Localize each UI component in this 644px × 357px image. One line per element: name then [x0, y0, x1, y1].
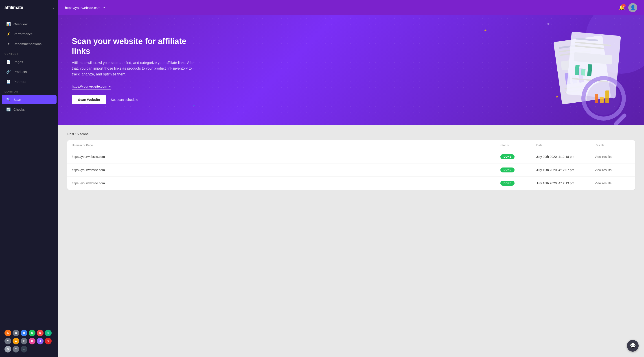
products-icon: 🔗 — [6, 69, 11, 74]
partner-icon-3[interactable]: S — [29, 330, 36, 336]
star-decoration: ★ — [547, 22, 550, 26]
partner-icon-10[interactable]: J — [37, 338, 44, 344]
content-section-label: CONTENT — [0, 49, 58, 57]
pages-icon: 📄 — [6, 60, 11, 64]
sidebar-item-performance[interactable]: ⚡ Performance — [2, 29, 56, 39]
partner-icon-1[interactable]: G — [12, 330, 19, 336]
scan-rows-container: https://yourwebsite.com DONE July 20th 2… — [67, 150, 635, 190]
sidebar-item-pages[interactable]: 📄 Pages — [2, 57, 56, 67]
sidebar-item-partners[interactable]: 🧾 Partners — [2, 77, 56, 86]
hero-url-text: https://yourwebsite.com — [72, 84, 107, 88]
sidebar: affilimate ‹ 📊 Overview ⚡ Performance ✦ … — [0, 0, 58, 357]
scans-table: Domain or Page Status Date Results https… — [67, 140, 635, 190]
avatar[interactable]: 👤 — [628, 3, 637, 12]
sidebar-logo: affilimate ‹ — [0, 0, 58, 15]
sidebar-item-label: Checks — [14, 108, 25, 111]
hero-description: Affilimate will crawl your sitemap, find… — [72, 60, 198, 77]
hero-actions: Scan Website Set scan schedule — [72, 95, 198, 104]
chat-button[interactable]: 💬 — [627, 340, 638, 351]
hero-content: Scan your website for affiliate links Af… — [72, 36, 198, 104]
sidebar-item-checks[interactable]: 🔄 Checks — [2, 105, 56, 114]
status-badge: DONE — [500, 168, 536, 172]
hero-illustration — [545, 31, 630, 125]
partner-icon-9[interactable]: R — [29, 338, 36, 344]
svg-rect-16 — [581, 69, 586, 76]
scan-date: July 20th 2020, 4:12:18 pm — [536, 155, 595, 159]
partner-icon-6[interactable]: ? — [4, 338, 11, 344]
scan-date: July 18th 2020, 4:12:13 pm — [536, 181, 595, 185]
star-decoration: + — [193, 104, 195, 107]
table-row: https://yourwebsite.com DONE July 20th 2… — [67, 150, 635, 163]
partners-icon: 🧾 — [6, 79, 11, 84]
partner-icon-0[interactable]: A — [4, 330, 11, 336]
svg-rect-22 — [600, 97, 604, 103]
main-content: https://yourwebsite.com 🔔 1 👤 ★ ★ + ★ ● … — [58, 0, 644, 357]
logo: affilimate — [4, 5, 23, 10]
hero-section: ★ ★ + ★ ● Scan your website for affiliat… — [58, 15, 644, 125]
overview-icon: 📊 — [6, 22, 11, 26]
col-date: Date — [536, 143, 595, 147]
sidebar-item-label: Scan — [14, 98, 21, 102]
top-bar-right: 🔔 1 👤 — [619, 3, 637, 12]
svg-rect-21 — [595, 94, 598, 103]
scan-illustration — [545, 31, 630, 125]
sidebar-item-products[interactable]: 🔗 Products — [2, 67, 56, 76]
partner-icon-14[interactable]: ••• — [21, 346, 28, 352]
chevron-down-icon — [102, 6, 106, 10]
monitor-section-label: MONITOR — [0, 87, 58, 94]
partner-icon-5[interactable]: C — [45, 330, 52, 336]
col-results: Results — [595, 143, 630, 147]
scans-section: Past 15 scans Domain or Page Status Date… — [58, 125, 644, 357]
table-row: https://yourwebsite.com DONE July 18th 2… — [67, 177, 635, 190]
hero-title: Scan your website for affiliate links — [72, 36, 198, 56]
partner-icon-11[interactable]: V — [45, 338, 52, 344]
scan-icon: 🔍 — [6, 97, 11, 102]
notification-badge: 1 — [622, 4, 626, 8]
svg-rect-23 — [606, 91, 609, 103]
top-bar: https://yourwebsite.com 🔔 1 👤 — [58, 0, 644, 15]
partner-icon-8[interactable]: F — [21, 338, 28, 344]
col-status: Status — [500, 143, 536, 147]
star-decoration: ★ — [484, 29, 487, 32]
scan-domain: https://yourwebsite.com — [72, 181, 500, 185]
table-row: https://yourwebsite.com DONE July 19th 2… — [67, 163, 635, 177]
sidebar-item-label: Performance — [14, 32, 33, 36]
sidebar-item-label: Recommendations — [14, 42, 42, 46]
recommendations-icon: ✦ — [6, 42, 11, 46]
partner-icons-grid: AGBSRC?WFRJVG?••• — [2, 328, 56, 354]
view-results-link[interactable]: View results — [595, 155, 630, 159]
scans-title: Past 15 scans — [67, 132, 635, 136]
partner-icon-13[interactable]: ? — [12, 346, 19, 352]
url-selector-text: https://yourwebsite.com — [65, 6, 100, 10]
hero-url-select[interactable]: https://yourwebsite.com ▾ — [72, 84, 111, 90]
sidebar-item-label: Partners — [14, 80, 26, 84]
status-badge: DONE — [500, 181, 536, 186]
scan-domain: https://yourwebsite.com — [72, 155, 500, 159]
table-header: Domain or Page Status Date Results — [67, 140, 635, 150]
set-scan-schedule-button[interactable]: Set scan schedule — [110, 98, 138, 102]
hero-chevron-icon: ▾ — [109, 84, 111, 89]
sidebar-item-label: Overview — [14, 22, 28, 26]
partner-icon-2[interactable]: B — [21, 330, 28, 336]
notification-button[interactable]: 🔔 1 — [619, 5, 625, 11]
partner-icon-4[interactable]: R — [37, 330, 44, 336]
status-badge: DONE — [500, 154, 536, 159]
partner-icon-7[interactable]: W — [12, 338, 19, 344]
scan-domain: https://yourwebsite.com — [72, 168, 500, 172]
view-results-link[interactable]: View results — [595, 181, 630, 185]
sidebar-partner-section: AGBSRC?WFRJVG?••• — [0, 325, 58, 357]
collapse-button[interactable]: ‹ — [52, 5, 54, 10]
partner-icon-12[interactable]: G — [4, 346, 11, 352]
sidebar-nav: 📊 Overview ⚡ Performance ✦ Recommendatio… — [0, 15, 58, 118]
view-results-link[interactable]: View results — [595, 168, 630, 172]
performance-icon: ⚡ — [6, 32, 11, 36]
url-selector[interactable]: https://yourwebsite.com — [65, 6, 106, 10]
sidebar-item-label: Products — [14, 70, 27, 74]
sidebar-item-scan[interactable]: 🔍 Scan — [2, 95, 56, 104]
sidebar-item-label: Pages — [14, 60, 23, 64]
sidebar-item-overview[interactable]: 📊 Overview — [2, 19, 56, 29]
sidebar-item-recommendations[interactable]: ✦ Recommendations — [2, 39, 56, 49]
checks-icon: 🔄 — [6, 107, 11, 112]
col-domain: Domain or Page — [72, 143, 500, 147]
scan-website-button[interactable]: Scan Website — [72, 95, 106, 104]
